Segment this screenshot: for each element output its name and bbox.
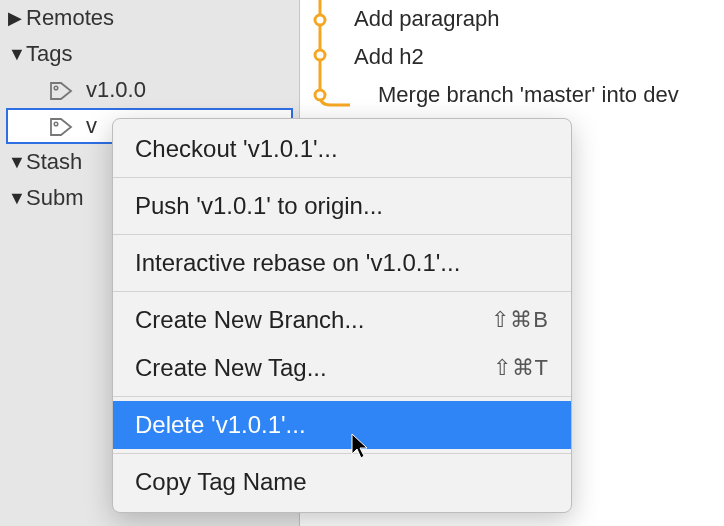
menu-shortcut: ⇧⌘B <box>491 307 549 333</box>
tag-context-menu: Checkout 'v1.0.1'... Push 'v1.0.1' to or… <box>112 118 572 513</box>
menu-label: Checkout 'v1.0.1'... <box>135 135 338 163</box>
sidebar-submodules-label: Subm <box>26 185 83 211</box>
commit-message: Merge branch 'master' into dev <box>378 82 679 107</box>
menu-label: Copy Tag Name <box>135 468 307 496</box>
commit-message: Add paragraph <box>354 6 500 31</box>
menu-separator <box>113 177 571 178</box>
tag-name: v <box>86 113 97 139</box>
menu-label: Delete 'v1.0.1'... <box>135 411 306 439</box>
menu-label: Create New Tag... <box>135 354 327 382</box>
menu-separator <box>113 291 571 292</box>
menu-separator <box>113 453 571 454</box>
menu-label: Interactive rebase on 'v1.0.1'... <box>135 249 460 277</box>
sidebar-tag-item[interactable]: v1.0.0 <box>0 72 299 108</box>
commit-row[interactable]: Merge branch 'master' into dev <box>350 76 724 114</box>
menu-push[interactable]: Push 'v1.0.1' to origin... <box>113 182 571 230</box>
svg-point-3 <box>315 15 325 25</box>
commit-row[interactable]: Add h2 <box>350 38 724 76</box>
git-client-window: ▶ Remotes ▼ Tags v1.0.0 v ▼ Stash ▼ <box>0 0 724 526</box>
menu-interactive-rebase[interactable]: Interactive rebase on 'v1.0.1'... <box>113 239 571 287</box>
menu-shortcut: ⇧⌘T <box>493 355 549 381</box>
tag-icon <box>48 116 76 136</box>
sidebar-remotes-header[interactable]: ▶ Remotes <box>0 0 299 36</box>
disclosure-down-icon: ▼ <box>8 188 26 209</box>
sidebar-stashes-label: Stash <box>26 149 82 175</box>
menu-separator <box>113 396 571 397</box>
svg-point-4 <box>315 50 325 60</box>
menu-copy-tag-name[interactable]: Copy Tag Name <box>113 458 571 506</box>
menu-delete-tag[interactable]: Delete 'v1.0.1'... <box>113 401 571 449</box>
sidebar-remotes-label: Remotes <box>26 5 114 31</box>
tag-name: v1.0.0 <box>86 77 146 103</box>
svg-point-5 <box>315 90 325 100</box>
menu-separator <box>113 234 571 235</box>
disclosure-down-icon: ▼ <box>8 152 26 173</box>
commit-list: Add paragraph Add h2 Merge branch 'maste… <box>350 0 724 114</box>
svg-point-0 <box>54 86 58 90</box>
disclosure-right-icon: ▶ <box>8 7 26 29</box>
sidebar-tags-label: Tags <box>26 41 72 67</box>
svg-point-1 <box>54 122 58 126</box>
tag-icon <box>48 80 76 100</box>
commit-message: Add h2 <box>354 44 424 69</box>
menu-label: Create New Branch... <box>135 306 364 334</box>
menu-create-branch[interactable]: Create New Branch... ⇧⌘B <box>113 296 571 344</box>
commit-row[interactable]: Add paragraph <box>350 0 724 38</box>
disclosure-down-icon: ▼ <box>8 44 26 65</box>
sidebar-tags-header[interactable]: ▼ Tags <box>0 36 299 72</box>
menu-create-tag[interactable]: Create New Tag... ⇧⌘T <box>113 344 571 392</box>
menu-checkout[interactable]: Checkout 'v1.0.1'... <box>113 125 571 173</box>
menu-label: Push 'v1.0.1' to origin... <box>135 192 383 220</box>
